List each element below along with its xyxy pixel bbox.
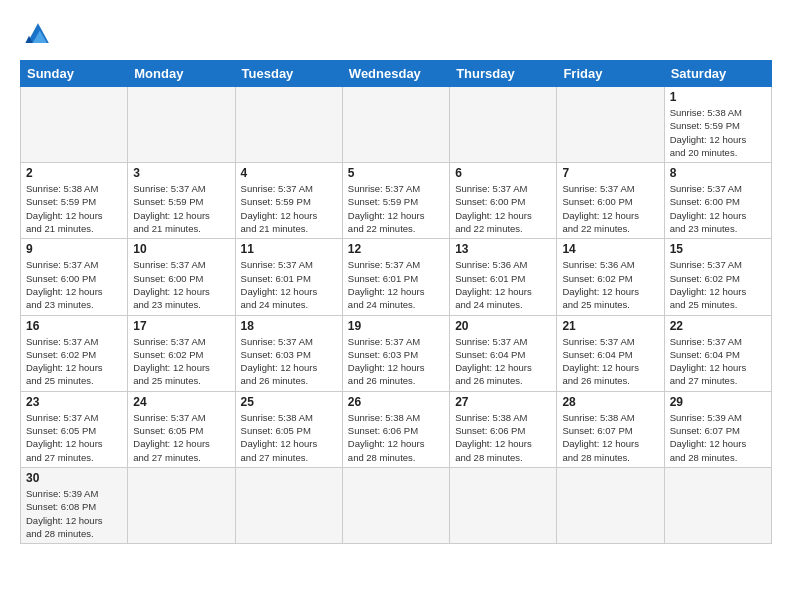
calendar-cell: 17Sunrise: 5:37 AM Sunset: 6:02 PM Dayli… (128, 315, 235, 391)
day-number: 15 (670, 242, 766, 256)
calendar-week-2: 9Sunrise: 5:37 AM Sunset: 6:00 PM Daylig… (21, 239, 772, 315)
day-info: Sunrise: 5:37 AM Sunset: 6:03 PM Dayligh… (348, 335, 444, 388)
day-info: Sunrise: 5:38 AM Sunset: 5:59 PM Dayligh… (670, 106, 766, 159)
day-info: Sunrise: 5:37 AM Sunset: 6:04 PM Dayligh… (670, 335, 766, 388)
day-number: 29 (670, 395, 766, 409)
day-info: Sunrise: 5:38 AM Sunset: 5:59 PM Dayligh… (26, 182, 122, 235)
calendar-cell: 12Sunrise: 5:37 AM Sunset: 6:01 PM Dayli… (342, 239, 449, 315)
page: SundayMondayTuesdayWednesdayThursdayFrid… (0, 0, 792, 612)
calendar-cell (450, 467, 557, 543)
day-number: 24 (133, 395, 229, 409)
day-number: 30 (26, 471, 122, 485)
day-number: 3 (133, 166, 229, 180)
calendar-cell (342, 87, 449, 163)
day-number: 9 (26, 242, 122, 256)
day-info: Sunrise: 5:37 AM Sunset: 6:00 PM Dayligh… (670, 182, 766, 235)
day-info: Sunrise: 5:39 AM Sunset: 6:07 PM Dayligh… (670, 411, 766, 464)
calendar-cell (235, 87, 342, 163)
day-number: 17 (133, 319, 229, 333)
calendar-cell: 2Sunrise: 5:38 AM Sunset: 5:59 PM Daylig… (21, 163, 128, 239)
calendar-cell: 23Sunrise: 5:37 AM Sunset: 6:05 PM Dayli… (21, 391, 128, 467)
calendar-cell: 8Sunrise: 5:37 AM Sunset: 6:00 PM Daylig… (664, 163, 771, 239)
calendar-week-0: 1Sunrise: 5:38 AM Sunset: 5:59 PM Daylig… (21, 87, 772, 163)
calendar-cell: 6Sunrise: 5:37 AM Sunset: 6:00 PM Daylig… (450, 163, 557, 239)
calendar-cell: 7Sunrise: 5:37 AM Sunset: 6:00 PM Daylig… (557, 163, 664, 239)
calendar-cell: 15Sunrise: 5:37 AM Sunset: 6:02 PM Dayli… (664, 239, 771, 315)
calendar-cell: 9Sunrise: 5:37 AM Sunset: 6:00 PM Daylig… (21, 239, 128, 315)
calendar-header-friday: Friday (557, 61, 664, 87)
day-info: Sunrise: 5:37 AM Sunset: 6:02 PM Dayligh… (26, 335, 122, 388)
calendar-cell (21, 87, 128, 163)
day-number: 13 (455, 242, 551, 256)
day-number: 18 (241, 319, 337, 333)
calendar-cell: 24Sunrise: 5:37 AM Sunset: 6:05 PM Dayli… (128, 391, 235, 467)
day-number: 22 (670, 319, 766, 333)
day-info: Sunrise: 5:37 AM Sunset: 5:59 PM Dayligh… (241, 182, 337, 235)
calendar-week-1: 2Sunrise: 5:38 AM Sunset: 5:59 PM Daylig… (21, 163, 772, 239)
logo (20, 16, 62, 52)
day-number: 11 (241, 242, 337, 256)
day-info: Sunrise: 5:38 AM Sunset: 6:06 PM Dayligh… (348, 411, 444, 464)
calendar-header-thursday: Thursday (450, 61, 557, 87)
calendar-cell: 19Sunrise: 5:37 AM Sunset: 6:03 PM Dayli… (342, 315, 449, 391)
day-number: 6 (455, 166, 551, 180)
calendar-cell (664, 467, 771, 543)
calendar-header-row: SundayMondayTuesdayWednesdayThursdayFrid… (21, 61, 772, 87)
calendar-cell: 28Sunrise: 5:38 AM Sunset: 6:07 PM Dayli… (557, 391, 664, 467)
calendar-week-3: 16Sunrise: 5:37 AM Sunset: 6:02 PM Dayli… (21, 315, 772, 391)
day-info: Sunrise: 5:37 AM Sunset: 6:01 PM Dayligh… (241, 258, 337, 311)
day-info: Sunrise: 5:37 AM Sunset: 6:05 PM Dayligh… (26, 411, 122, 464)
calendar-cell: 10Sunrise: 5:37 AM Sunset: 6:00 PM Dayli… (128, 239, 235, 315)
day-info: Sunrise: 5:37 AM Sunset: 6:02 PM Dayligh… (133, 335, 229, 388)
day-number: 26 (348, 395, 444, 409)
day-info: Sunrise: 5:37 AM Sunset: 6:03 PM Dayligh… (241, 335, 337, 388)
day-info: Sunrise: 5:37 AM Sunset: 6:01 PM Dayligh… (348, 258, 444, 311)
day-info: Sunrise: 5:37 AM Sunset: 6:00 PM Dayligh… (26, 258, 122, 311)
day-info: Sunrise: 5:37 AM Sunset: 5:59 PM Dayligh… (133, 182, 229, 235)
day-number: 16 (26, 319, 122, 333)
calendar-cell (235, 467, 342, 543)
day-number: 20 (455, 319, 551, 333)
calendar-week-4: 23Sunrise: 5:37 AM Sunset: 6:05 PM Dayli… (21, 391, 772, 467)
day-info: Sunrise: 5:38 AM Sunset: 6:06 PM Dayligh… (455, 411, 551, 464)
calendar-cell: 25Sunrise: 5:38 AM Sunset: 6:05 PM Dayli… (235, 391, 342, 467)
day-number: 21 (562, 319, 658, 333)
calendar-cell: 22Sunrise: 5:37 AM Sunset: 6:04 PM Dayli… (664, 315, 771, 391)
day-info: Sunrise: 5:37 AM Sunset: 6:00 PM Dayligh… (455, 182, 551, 235)
calendar-cell: 16Sunrise: 5:37 AM Sunset: 6:02 PM Dayli… (21, 315, 128, 391)
calendar-cell (128, 467, 235, 543)
calendar-cell: 1Sunrise: 5:38 AM Sunset: 5:59 PM Daylig… (664, 87, 771, 163)
day-info: Sunrise: 5:37 AM Sunset: 5:59 PM Dayligh… (348, 182, 444, 235)
day-number: 2 (26, 166, 122, 180)
day-info: Sunrise: 5:37 AM Sunset: 6:04 PM Dayligh… (455, 335, 551, 388)
calendar-cell: 20Sunrise: 5:37 AM Sunset: 6:04 PM Dayli… (450, 315, 557, 391)
calendar-cell: 14Sunrise: 5:36 AM Sunset: 6:02 PM Dayli… (557, 239, 664, 315)
calendar-header-sunday: Sunday (21, 61, 128, 87)
calendar-cell (450, 87, 557, 163)
calendar-cell: 13Sunrise: 5:36 AM Sunset: 6:01 PM Dayli… (450, 239, 557, 315)
calendar-cell: 29Sunrise: 5:39 AM Sunset: 6:07 PM Dayli… (664, 391, 771, 467)
calendar-cell: 5Sunrise: 5:37 AM Sunset: 5:59 PM Daylig… (342, 163, 449, 239)
day-number: 25 (241, 395, 337, 409)
day-number: 12 (348, 242, 444, 256)
calendar-cell (557, 467, 664, 543)
day-info: Sunrise: 5:39 AM Sunset: 6:08 PM Dayligh… (26, 487, 122, 540)
calendar-week-5: 30Sunrise: 5:39 AM Sunset: 6:08 PM Dayli… (21, 467, 772, 543)
calendar-cell: 4Sunrise: 5:37 AM Sunset: 5:59 PM Daylig… (235, 163, 342, 239)
generalblue-logo-icon (20, 16, 56, 52)
calendar-header-monday: Monday (128, 61, 235, 87)
calendar-cell: 26Sunrise: 5:38 AM Sunset: 6:06 PM Dayli… (342, 391, 449, 467)
day-number: 27 (455, 395, 551, 409)
calendar-cell (342, 467, 449, 543)
calendar-cell (128, 87, 235, 163)
day-number: 28 (562, 395, 658, 409)
calendar-cell: 18Sunrise: 5:37 AM Sunset: 6:03 PM Dayli… (235, 315, 342, 391)
day-number: 8 (670, 166, 766, 180)
day-info: Sunrise: 5:36 AM Sunset: 6:02 PM Dayligh… (562, 258, 658, 311)
day-number: 1 (670, 90, 766, 104)
day-info: Sunrise: 5:36 AM Sunset: 6:01 PM Dayligh… (455, 258, 551, 311)
calendar-cell: 21Sunrise: 5:37 AM Sunset: 6:04 PM Dayli… (557, 315, 664, 391)
day-info: Sunrise: 5:37 AM Sunset: 6:02 PM Dayligh… (670, 258, 766, 311)
day-info: Sunrise: 5:37 AM Sunset: 6:00 PM Dayligh… (133, 258, 229, 311)
day-number: 5 (348, 166, 444, 180)
